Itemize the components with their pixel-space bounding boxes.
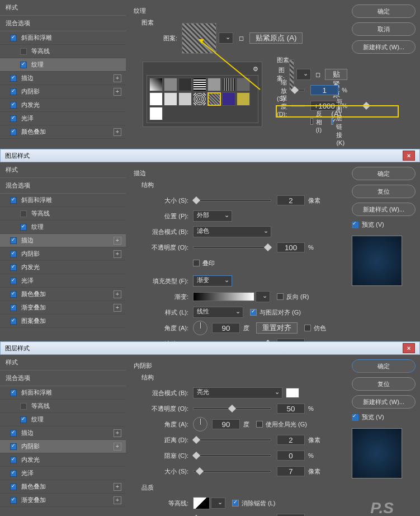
blend-mode-select[interactable]: 亮光 (193, 387, 282, 398)
effect-checkbox[interactable] (10, 304, 17, 311)
sidebar-item[interactable]: 内发光 (0, 98, 126, 112)
effect-checkbox[interactable] (20, 403, 27, 410)
sidebar-item[interactable]: 纹理 (0, 58, 126, 72)
effect-checkbox[interactable] (10, 430, 17, 437)
angle-input[interactable] (212, 323, 240, 333)
effect-checkbox[interactable] (10, 484, 17, 490)
new-preset-icon[interactable]: ◻ (239, 35, 244, 42)
sidebar-item[interactable]: 渐变叠加+ (0, 301, 126, 315)
opacity-slider[interactable] (193, 407, 271, 410)
add-effect-icon[interactable]: + (114, 74, 121, 82)
effect-checkbox[interactable] (10, 390, 17, 396)
new-style-button[interactable]: 新建样式 (W)... (352, 40, 416, 54)
blend-options[interactable]: 混合选项 (0, 178, 126, 194)
effect-checkbox[interactable] (10, 251, 17, 257)
effect-checkbox[interactable] (10, 88, 17, 95)
effect-checkbox[interactable] (10, 470, 17, 477)
add-effect-icon[interactable]: + (114, 496, 121, 504)
sidebar-item[interactable]: 等高线 (0, 400, 126, 413)
sidebar-item[interactable]: 等高线 (0, 45, 126, 58)
snap-origin-button[interactable]: 贴紧原点 (A) (249, 32, 303, 44)
preview-checkbox[interactable] (352, 414, 358, 421)
angle-dial[interactable] (193, 321, 207, 335)
reset-button[interactable]: 复位 (352, 377, 416, 391)
blend-mode-select[interactable]: 滤色 (193, 226, 271, 237)
effect-checkbox[interactable] (10, 237, 17, 244)
snap-origin-button-2[interactable]: 贴紧原点 (A) (325, 69, 347, 80)
sidebar-item[interactable]: 光泽 (0, 274, 126, 288)
noise-input[interactable] (277, 514, 305, 516)
effect-checkbox[interactable] (10, 291, 17, 298)
add-effect-icon[interactable]: + (114, 483, 121, 491)
effect-checkbox[interactable] (10, 115, 17, 122)
sidebar-item[interactable]: 内阴影+ (0, 85, 126, 98)
dither-checkbox[interactable] (304, 325, 311, 331)
effect-checkbox[interactable] (20, 62, 27, 68)
preview-checkbox[interactable] (352, 222, 358, 228)
opacity-slider[interactable] (193, 246, 271, 248)
effect-checkbox[interactable] (10, 197, 17, 204)
ok-button[interactable]: 确定 (352, 4, 416, 18)
pattern-swatches[interactable] (147, 75, 258, 123)
add-effect-icon[interactable]: + (114, 128, 121, 136)
pattern-preview[interactable] (182, 23, 216, 54)
sidebar-item[interactable]: 斜面和浮雕 (0, 194, 126, 207)
sidebar-item[interactable]: 渐变叠加+ (0, 494, 126, 507)
effect-checkbox[interactable] (10, 264, 17, 271)
add-effect-icon[interactable]: + (114, 443, 121, 451)
add-effect-icon[interactable]: + (114, 304, 121, 312)
sidebar-item[interactable]: 颜色叠加+ (0, 480, 126, 494)
new-style-button[interactable]: 新建样式 (W)... (352, 203, 416, 216)
cancel-button[interactable]: 取消 (352, 22, 416, 36)
global-light-checkbox[interactable] (256, 421, 263, 428)
invert-checkbox[interactable] (310, 118, 313, 125)
gradient-dropdown[interactable] (256, 291, 270, 302)
sidebar-item[interactable]: 内发光 (0, 453, 126, 467)
sidebar-item[interactable]: 斜面和浮雕 (0, 386, 126, 400)
effect-checkbox[interactable] (20, 416, 27, 423)
effect-checkbox[interactable] (10, 318, 17, 325)
size-input[interactable] (277, 195, 305, 205)
blend-options[interactable]: 混合选项 (0, 370, 126, 386)
reset-button[interactable]: 复位 (352, 185, 416, 198)
sidebar-item[interactable]: 斜面和浮雕 (0, 31, 126, 45)
fill-type-select[interactable]: 渐变 (193, 275, 232, 287)
overprint-checkbox[interactable] (193, 260, 200, 266)
ok-button[interactable]: 确定 (352, 167, 416, 180)
contour-preview[interactable] (193, 497, 210, 509)
sidebar-item[interactable]: 内阴影+ (0, 247, 126, 261)
effect-checkbox[interactable] (10, 75, 17, 82)
sidebar-item[interactable]: 内发光 (0, 261, 126, 274)
choke-slider[interactable] (193, 454, 271, 457)
effect-checkbox[interactable] (20, 224, 27, 231)
effect-checkbox[interactable] (10, 35, 17, 41)
distance-slider[interactable] (193, 439, 271, 441)
pattern-preview-2[interactable] (289, 59, 294, 90)
sidebar-item[interactable]: 描边+ (0, 234, 126, 247)
new-style-button[interactable]: 新建样式 (W)... (352, 395, 416, 409)
position-select[interactable]: 外部 (193, 210, 232, 222)
contour-dropdown[interactable] (211, 498, 225, 509)
size-slider[interactable] (193, 199, 271, 201)
angle-input[interactable] (212, 419, 240, 429)
reset-align-button[interactable]: 重置对齐 (256, 322, 298, 334)
new-preset-icon-2[interactable]: ◻ (315, 71, 320, 78)
sidebar-item[interactable]: 描边+ (0, 72, 126, 85)
blend-options[interactable]: 混合选项 (0, 16, 126, 31)
distance-input[interactable] (277, 435, 305, 445)
effect-checkbox[interactable] (10, 457, 17, 463)
effect-checkbox[interactable] (20, 48, 27, 55)
effect-checkbox[interactable] (10, 129, 17, 135)
add-effect-icon[interactable]: + (114, 429, 121, 437)
effect-checkbox[interactable] (10, 102, 17, 109)
scale-slider[interactable] (291, 89, 305, 91)
size-slider[interactable] (193, 470, 271, 472)
effect-checkbox[interactable] (10, 278, 17, 284)
sidebar-item[interactable]: 描边+ (0, 426, 126, 440)
choke-input[interactable] (277, 451, 305, 461)
scale-input[interactable] (310, 85, 338, 95)
sidebar-item[interactable]: 光泽 (0, 467, 126, 480)
add-effect-icon[interactable]: + (114, 290, 121, 298)
sidebar-item[interactable]: 内阴影+ (0, 440, 126, 453)
effect-checkbox[interactable] (10, 443, 17, 450)
